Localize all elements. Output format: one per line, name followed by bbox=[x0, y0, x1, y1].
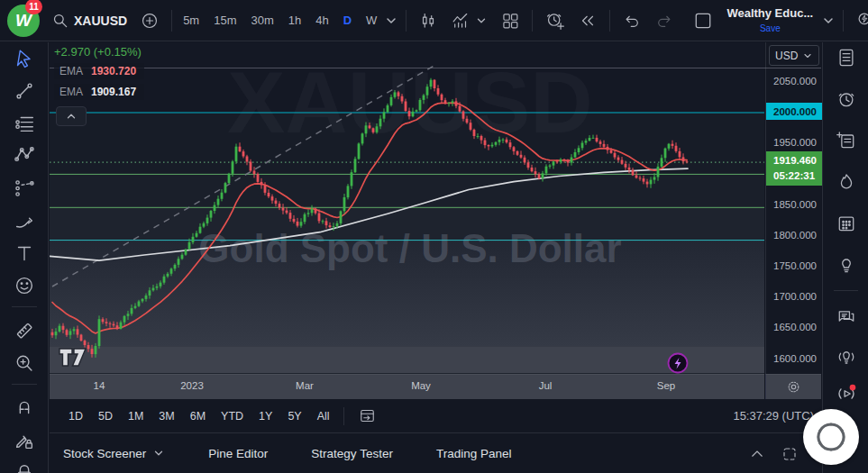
range-button-ytd[interactable]: YTD bbox=[215, 406, 250, 426]
forecast-icon bbox=[13, 177, 36, 200]
pane-border bbox=[50, 68, 821, 68]
fullscreen-icon[interactable] bbox=[781, 446, 798, 462]
legend-collapse-button[interactable] bbox=[56, 106, 87, 126]
notification-count-badge: 11 bbox=[25, 0, 42, 14]
interval-expand-button[interactable] bbox=[382, 10, 400, 32]
pattern-tool[interactable] bbox=[12, 142, 37, 168]
ruler-icon bbox=[13, 319, 36, 342]
streams-button[interactable] bbox=[835, 382, 858, 405]
axis-settings-button[interactable] bbox=[765, 374, 821, 399]
range-button-5y[interactable]: 5Y bbox=[281, 406, 307, 426]
tab-label: Strategy Tester bbox=[311, 447, 393, 460]
toolbar-separator bbox=[609, 10, 610, 32]
time-tick: 2023 bbox=[180, 380, 204, 391]
indicators-button[interactable] bbox=[444, 7, 494, 34]
alerts-button[interactable] bbox=[835, 87, 858, 111]
create-alert-button[interactable] bbox=[538, 6, 571, 34]
forecast-tool[interactable] bbox=[12, 176, 37, 201]
time-axis[interactable]: 142023MarMayJulSep bbox=[50, 374, 764, 399]
zoom-in-icon bbox=[13, 351, 36, 375]
bar-replay-button[interactable] bbox=[571, 7, 604, 34]
currency-selector[interactable]: USD bbox=[769, 45, 819, 66]
last-price-badge: 1919.460 05:22:31 bbox=[766, 151, 822, 186]
tab-label: Pine Editor bbox=[208, 447, 268, 460]
expand-panel-icon[interactable] bbox=[749, 446, 765, 462]
last-price-value: 1919.460 bbox=[773, 153, 822, 168]
range-button-all[interactable]: All bbox=[311, 406, 336, 426]
undo-button[interactable] bbox=[616, 7, 648, 34]
cursor-icon bbox=[13, 47, 36, 70]
range-button-1d[interactable]: 1D bbox=[62, 406, 89, 426]
range-button-5d[interactable]: 5D bbox=[92, 406, 119, 426]
interval-button-1h[interactable]: 1h bbox=[283, 10, 306, 31]
price-tick: 1700.000 bbox=[773, 291, 817, 302]
symbol-search-button[interactable]: XAUUSD bbox=[45, 8, 133, 33]
tab-pine-editor[interactable]: Pine Editor bbox=[208, 447, 268, 460]
calendar-button[interactable] bbox=[835, 212, 858, 235]
undo-icon bbox=[622, 11, 642, 31]
layout-templates-button[interactable] bbox=[494, 7, 526, 34]
price-axis[interactable]: USD 2050.0001950.0001850.0001800.0001750… bbox=[765, 42, 821, 374]
interval-button-W[interactable]: W bbox=[361, 10, 382, 31]
magnet-mode-button[interactable] bbox=[12, 394, 37, 419]
chevron-down-icon bbox=[802, 50, 813, 61]
candlestick-chart[interactable]: XAUUSDGold Spot / U.S. Dollar bbox=[50, 42, 764, 374]
interval-button-5m[interactable]: 5m bbox=[178, 10, 205, 31]
tab-strategy-tester[interactable]: Strategy Tester bbox=[311, 447, 393, 460]
chart-pane[interactable]: XAUUSDGold Spot / U.S. Dollar bbox=[50, 42, 764, 374]
notes-plus-icon bbox=[836, 130, 857, 151]
hotlists-button[interactable] bbox=[835, 170, 858, 194]
interval-button-D[interactable]: D bbox=[338, 10, 357, 31]
quick-search-button[interactable] bbox=[849, 6, 868, 34]
emoji-tool[interactable] bbox=[12, 273, 37, 298]
alert-add-icon bbox=[544, 10, 565, 31]
toolbar-divider bbox=[12, 306, 37, 307]
compare-add-button[interactable] bbox=[133, 7, 166, 34]
ideas-button[interactable] bbox=[835, 253, 858, 277]
chevron-down-icon bbox=[475, 14, 488, 27]
tab-trading-panel[interactable]: Trading Panel bbox=[436, 447, 512, 460]
search-icon bbox=[51, 12, 69, 30]
interval-button-15m[interactable]: 15m bbox=[208, 10, 242, 31]
layout-grid-icon bbox=[500, 11, 520, 31]
tab-stock-screener[interactable]: Stock Screener bbox=[63, 447, 165, 460]
range-button-6m[interactable]: 6M bbox=[184, 406, 212, 426]
toolbar-separator bbox=[532, 10, 533, 32]
interval-button-4h[interactable]: 4h bbox=[310, 10, 333, 31]
zoom-in-tool[interactable] bbox=[12, 350, 37, 376]
save-label: Save bbox=[760, 24, 781, 34]
fib-lines-tool[interactable] bbox=[12, 111, 37, 136]
go-to-date-button[interactable] bbox=[352, 403, 383, 429]
layout-square-icon bbox=[692, 10, 714, 32]
chart-style-button[interactable] bbox=[412, 7, 444, 34]
text-tool[interactable] bbox=[12, 241, 37, 266]
trend-line-tool[interactable] bbox=[12, 78, 37, 104]
range-button-1y[interactable]: 1Y bbox=[252, 406, 279, 426]
brush-tool[interactable] bbox=[12, 208, 37, 233]
range-button-1m[interactable]: 1M bbox=[122, 406, 150, 426]
cloud-save-button[interactable]: Wealthy Educ... Save bbox=[720, 4, 819, 37]
lock-all-button[interactable] bbox=[12, 461, 37, 473]
watchlist-button[interactable] bbox=[835, 46, 858, 69]
interval-button-30m[interactable]: 30m bbox=[245, 10, 279, 31]
redo-button[interactable] bbox=[648, 7, 681, 34]
ema-indicator-row[interactable]: EMA 1909.167 bbox=[54, 84, 144, 100]
layout-select-button[interactable] bbox=[686, 6, 720, 35]
measure-tool[interactable] bbox=[12, 318, 37, 343]
server-clock[interactable]: 15:37:29 (UTC) bbox=[733, 409, 814, 423]
live-ideas-button[interactable] bbox=[835, 346, 858, 369]
news-button[interactable] bbox=[835, 129, 858, 152]
range-button-3m[interactable]: 3M bbox=[152, 406, 180, 426]
ema-indicator-row[interactable]: EMA 1930.720 bbox=[54, 63, 144, 79]
layout-menu-button[interactable] bbox=[819, 10, 837, 32]
drawing-mode-lock-button[interactable] bbox=[12, 428, 37, 453]
chat-button[interactable] bbox=[835, 305, 858, 328]
lightbulb-icon bbox=[836, 254, 857, 276]
add-symbol-icon bbox=[140, 11, 160, 31]
account-logo[interactable]: W 11 bbox=[0, 0, 45, 41]
time-tick: Mar bbox=[296, 380, 314, 391]
drawing-toolbar bbox=[0, 42, 49, 473]
cursor-tool[interactable] bbox=[12, 46, 37, 71]
svg-text:Gold Spot / U.S. Dollar: Gold Spot / U.S. Dollar bbox=[198, 226, 621, 270]
chevron-down-icon bbox=[821, 14, 836, 28]
